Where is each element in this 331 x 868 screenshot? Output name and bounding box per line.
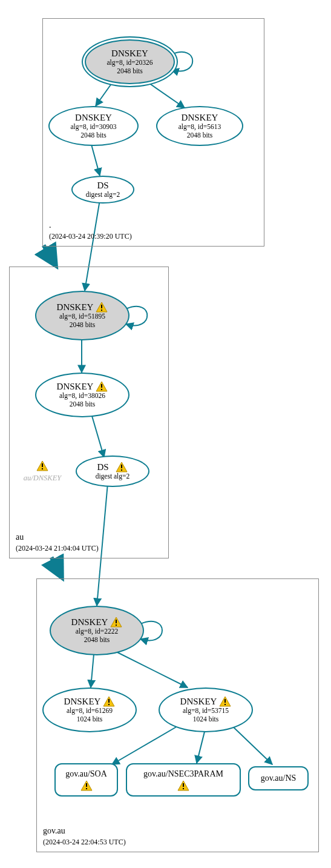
root-ds-title: DS (97, 180, 108, 191)
au-ds[interactable]: DS digest alg=2 (76, 456, 149, 487)
root-zsk1-bits: 2048 bits (80, 131, 107, 140)
au-ksk-bits: 2048 bits (70, 321, 96, 330)
govau-ksk-alg: alg=8, id=2222 (76, 628, 118, 636)
zone-govau-ts: (2024-03-24 22:04:53 UTC) (43, 837, 126, 847)
warning-icon (177, 780, 189, 791)
root-ksk-alg: alg=8, id=20326 (107, 59, 152, 67)
warning-icon (36, 460, 48, 471)
warning-icon (110, 617, 122, 628)
govau-zsk1-bits: 1024 bits (77, 715, 103, 724)
govau-zsk1-alg: alg=8, id=61269 (67, 707, 113, 715)
root-zsk2-alg: alg=8, id=5613 (179, 123, 221, 131)
zone-govau-label: gov.au (2024-03-24 22:04:53 UTC) (43, 826, 126, 847)
zone-govau-name: gov.au (43, 826, 126, 837)
govau-zsk2-bits: 1024 bits (193, 715, 219, 724)
root-zsk2-bits: 2048 bits (187, 131, 213, 140)
root-zsk2[interactable]: DNSKEY alg=8, id=5613 2048 bits (156, 106, 243, 146)
govau-ksk-title: DNSKEY (71, 617, 108, 628)
root-zsk2-title: DNSKEY (182, 112, 218, 123)
au-zsk-title: DNSKEY (57, 381, 94, 392)
govau-zsk1[interactable]: DNSKEY alg=8, id=61269 1024 bits (42, 687, 137, 732)
govau-zsk2[interactable]: DNSKEY alg=8, id=53715 1024 bits (159, 687, 253, 732)
root-ds[interactable]: DS digest alg=2 (71, 176, 134, 204)
govau-nsec3-label: gov.au/NSEC3PARAM (143, 769, 223, 780)
au-ds-title: DS (97, 462, 109, 472)
zone-root-name: . (49, 220, 132, 231)
govau-ksk[interactable]: DNSKEY alg=8, id=2222 2048 bits (50, 606, 144, 655)
root-ds-alg: digest alg=2 (86, 191, 120, 199)
zone-au-ts: (2024-03-24 21:04:04 UTC) (16, 543, 99, 553)
root-ksk[interactable]: DNSKEY alg=8, id=20326 2048 bits (85, 39, 175, 84)
root-ksk-title: DNSKEY (111, 48, 148, 59)
warning-icon (80, 780, 93, 791)
govau-zsk1-title: DNSKEY (64, 696, 101, 707)
warning-icon (96, 381, 108, 392)
dnssec-graph: . (2024-03-24 20:39:20 UTC) DNSKEY alg=8… (0, 0, 331, 868)
au-ksk[interactable]: DNSKEY alg=8, id=51895 2048 bits (35, 291, 129, 340)
warning-icon (103, 696, 115, 707)
root-ksk-bits: 2048 bits (117, 67, 143, 76)
au-ksk-alg: alg=8, id=51895 (59, 313, 105, 321)
warning-icon (96, 302, 108, 313)
root-zsk1[interactable]: DNSKEY alg=8, id=30903 2048 bits (48, 106, 139, 146)
root-zsk1-title: DNSKEY (75, 112, 112, 123)
zone-au-name: au (16, 532, 99, 543)
au-ksk-title: DNSKEY (57, 302, 94, 313)
au-dnskey-ghost-label: au/DNSKEY (24, 474, 62, 482)
au-dnskey-ghost: au/DNSKEY (21, 460, 64, 483)
govau-ns[interactable]: gov.au/NS (248, 766, 309, 790)
govau-ksk-bits: 2048 bits (84, 636, 110, 644)
warning-icon (116, 462, 128, 472)
govau-ns-label: gov.au/NS (261, 773, 297, 784)
root-zsk1-alg: alg=8, id=30903 (70, 123, 116, 131)
zone-root-label: . (2024-03-24 20:39:20 UTC) (49, 220, 132, 241)
govau-soa-label: gov.au/SOA (65, 769, 107, 780)
zone-root-ts: (2024-03-24 20:39:20 UTC) (49, 231, 132, 241)
au-zsk-bits: 2048 bits (70, 400, 96, 409)
govau-zsk2-title: DNSKEY (180, 696, 217, 707)
govau-nsec3param[interactable]: gov.au/NSEC3PARAM (126, 763, 241, 797)
zone-au-label: au (2024-03-24 21:04:04 UTC) (16, 532, 99, 553)
au-zsk[interactable]: DNSKEY alg=8, id=38026 2048 bits (35, 373, 129, 417)
au-ds-alg: digest alg=2 (96, 472, 130, 481)
au-zsk-alg: alg=8, id=38026 (59, 392, 105, 400)
govau-soa[interactable]: gov.au/SOA (54, 763, 118, 797)
warning-icon (219, 696, 231, 707)
govau-zsk2-alg: alg=8, id=53715 (183, 707, 229, 715)
